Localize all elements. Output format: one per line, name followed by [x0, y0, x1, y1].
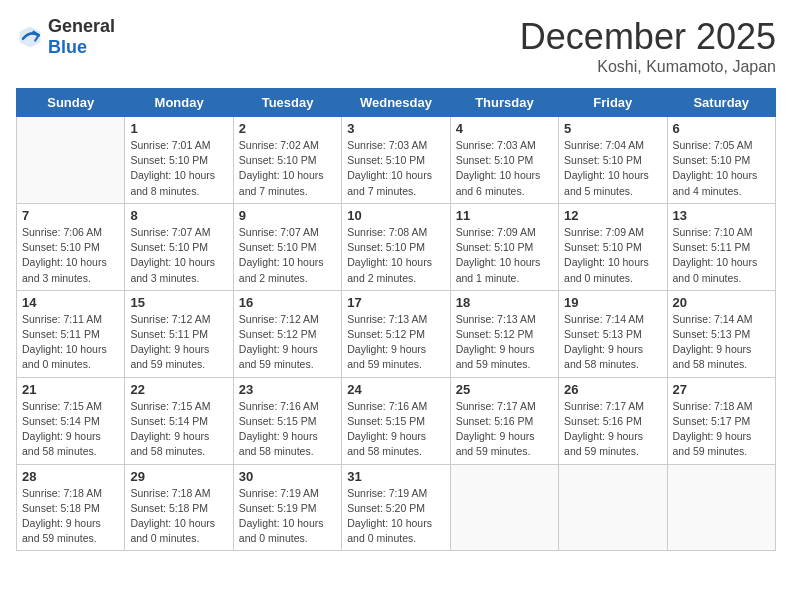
- weekday-header-monday: Monday: [125, 89, 233, 117]
- calendar-cell: 11Sunrise: 7:09 AM Sunset: 5:10 PM Dayli…: [450, 203, 558, 290]
- day-info: Sunrise: 7:18 AM Sunset: 5:18 PM Dayligh…: [22, 486, 119, 547]
- day-number: 5: [564, 121, 661, 136]
- day-info: Sunrise: 7:13 AM Sunset: 5:12 PM Dayligh…: [456, 312, 553, 373]
- logo-text: General Blue: [48, 16, 115, 58]
- calendar-cell: 19Sunrise: 7:14 AM Sunset: 5:13 PM Dayli…: [559, 290, 667, 377]
- day-number: 25: [456, 382, 553, 397]
- calendar-cell: 7Sunrise: 7:06 AM Sunset: 5:10 PM Daylig…: [17, 203, 125, 290]
- day-number: 4: [456, 121, 553, 136]
- day-number: 7: [22, 208, 119, 223]
- day-info: Sunrise: 7:06 AM Sunset: 5:10 PM Dayligh…: [22, 225, 119, 286]
- calendar-cell: 6Sunrise: 7:05 AM Sunset: 5:10 PM Daylig…: [667, 117, 775, 204]
- calendar-week-row: 14Sunrise: 7:11 AM Sunset: 5:11 PM Dayli…: [17, 290, 776, 377]
- day-number: 3: [347, 121, 444, 136]
- day-info: Sunrise: 7:19 AM Sunset: 5:19 PM Dayligh…: [239, 486, 336, 547]
- calendar-table: SundayMondayTuesdayWednesdayThursdayFrid…: [16, 88, 776, 551]
- calendar-cell: 3Sunrise: 7:03 AM Sunset: 5:10 PM Daylig…: [342, 117, 450, 204]
- calendar-cell: 26Sunrise: 7:17 AM Sunset: 5:16 PM Dayli…: [559, 377, 667, 464]
- day-number: 14: [22, 295, 119, 310]
- day-info: Sunrise: 7:16 AM Sunset: 5:15 PM Dayligh…: [239, 399, 336, 460]
- day-info: Sunrise: 7:13 AM Sunset: 5:12 PM Dayligh…: [347, 312, 444, 373]
- day-info: Sunrise: 7:18 AM Sunset: 5:17 PM Dayligh…: [673, 399, 770, 460]
- day-info: Sunrise: 7:04 AM Sunset: 5:10 PM Dayligh…: [564, 138, 661, 199]
- calendar-cell: [559, 464, 667, 551]
- day-number: 30: [239, 469, 336, 484]
- calendar-week-row: 7Sunrise: 7:06 AM Sunset: 5:10 PM Daylig…: [17, 203, 776, 290]
- day-number: 2: [239, 121, 336, 136]
- month-title: December 2025: [520, 16, 776, 58]
- calendar-cell: 31Sunrise: 7:19 AM Sunset: 5:20 PM Dayli…: [342, 464, 450, 551]
- day-info: Sunrise: 7:17 AM Sunset: 5:16 PM Dayligh…: [564, 399, 661, 460]
- day-info: Sunrise: 7:01 AM Sunset: 5:10 PM Dayligh…: [130, 138, 227, 199]
- calendar-cell: 25Sunrise: 7:17 AM Sunset: 5:16 PM Dayli…: [450, 377, 558, 464]
- calendar-cell: 1Sunrise: 7:01 AM Sunset: 5:10 PM Daylig…: [125, 117, 233, 204]
- calendar-cell: 17Sunrise: 7:13 AM Sunset: 5:12 PM Dayli…: [342, 290, 450, 377]
- calendar-cell: 9Sunrise: 7:07 AM Sunset: 5:10 PM Daylig…: [233, 203, 341, 290]
- calendar-cell: 12Sunrise: 7:09 AM Sunset: 5:10 PM Dayli…: [559, 203, 667, 290]
- day-info: Sunrise: 7:02 AM Sunset: 5:10 PM Dayligh…: [239, 138, 336, 199]
- day-info: Sunrise: 7:14 AM Sunset: 5:13 PM Dayligh…: [564, 312, 661, 373]
- day-info: Sunrise: 7:07 AM Sunset: 5:10 PM Dayligh…: [239, 225, 336, 286]
- weekday-header-thursday: Thursday: [450, 89, 558, 117]
- day-number: 22: [130, 382, 227, 397]
- calendar-cell: 15Sunrise: 7:12 AM Sunset: 5:11 PM Dayli…: [125, 290, 233, 377]
- weekday-header-friday: Friday: [559, 89, 667, 117]
- day-number: 13: [673, 208, 770, 223]
- day-number: 6: [673, 121, 770, 136]
- day-number: 19: [564, 295, 661, 310]
- day-number: 21: [22, 382, 119, 397]
- day-info: Sunrise: 7:12 AM Sunset: 5:11 PM Dayligh…: [130, 312, 227, 373]
- calendar-cell: 28Sunrise: 7:18 AM Sunset: 5:18 PM Dayli…: [17, 464, 125, 551]
- day-number: 26: [564, 382, 661, 397]
- calendar-cell: [450, 464, 558, 551]
- day-info: Sunrise: 7:12 AM Sunset: 5:12 PM Dayligh…: [239, 312, 336, 373]
- calendar-cell: 27Sunrise: 7:18 AM Sunset: 5:17 PM Dayli…: [667, 377, 775, 464]
- calendar-cell: 18Sunrise: 7:13 AM Sunset: 5:12 PM Dayli…: [450, 290, 558, 377]
- weekday-header-sunday: Sunday: [17, 89, 125, 117]
- day-info: Sunrise: 7:16 AM Sunset: 5:15 PM Dayligh…: [347, 399, 444, 460]
- day-number: 20: [673, 295, 770, 310]
- day-info: Sunrise: 7:17 AM Sunset: 5:16 PM Dayligh…: [456, 399, 553, 460]
- logo-blue: Blue: [48, 37, 87, 57]
- location-subtitle: Koshi, Kumamoto, Japan: [520, 58, 776, 76]
- calendar-cell: 8Sunrise: 7:07 AM Sunset: 5:10 PM Daylig…: [125, 203, 233, 290]
- day-info: Sunrise: 7:18 AM Sunset: 5:18 PM Dayligh…: [130, 486, 227, 547]
- calendar-cell: 16Sunrise: 7:12 AM Sunset: 5:12 PM Dayli…: [233, 290, 341, 377]
- calendar-cell: [17, 117, 125, 204]
- weekday-header-row: SundayMondayTuesdayWednesdayThursdayFrid…: [17, 89, 776, 117]
- calendar-cell: 24Sunrise: 7:16 AM Sunset: 5:15 PM Dayli…: [342, 377, 450, 464]
- day-info: Sunrise: 7:14 AM Sunset: 5:13 PM Dayligh…: [673, 312, 770, 373]
- weekday-header-tuesday: Tuesday: [233, 89, 341, 117]
- day-info: Sunrise: 7:05 AM Sunset: 5:10 PM Dayligh…: [673, 138, 770, 199]
- calendar-cell: 20Sunrise: 7:14 AM Sunset: 5:13 PM Dayli…: [667, 290, 775, 377]
- day-number: 9: [239, 208, 336, 223]
- day-number: 1: [130, 121, 227, 136]
- day-info: Sunrise: 7:09 AM Sunset: 5:10 PM Dayligh…: [456, 225, 553, 286]
- day-info: Sunrise: 7:10 AM Sunset: 5:11 PM Dayligh…: [673, 225, 770, 286]
- day-info: Sunrise: 7:08 AM Sunset: 5:10 PM Dayligh…: [347, 225, 444, 286]
- day-number: 10: [347, 208, 444, 223]
- day-number: 28: [22, 469, 119, 484]
- day-info: Sunrise: 7:07 AM Sunset: 5:10 PM Dayligh…: [130, 225, 227, 286]
- day-number: 8: [130, 208, 227, 223]
- day-number: 17: [347, 295, 444, 310]
- day-number: 16: [239, 295, 336, 310]
- title-block: December 2025 Koshi, Kumamoto, Japan: [520, 16, 776, 76]
- day-info: Sunrise: 7:15 AM Sunset: 5:14 PM Dayligh…: [130, 399, 227, 460]
- day-number: 11: [456, 208, 553, 223]
- calendar-cell: 29Sunrise: 7:18 AM Sunset: 5:18 PM Dayli…: [125, 464, 233, 551]
- weekday-header-saturday: Saturday: [667, 89, 775, 117]
- day-info: Sunrise: 7:03 AM Sunset: 5:10 PM Dayligh…: [456, 138, 553, 199]
- calendar-cell: [667, 464, 775, 551]
- calendar-cell: 21Sunrise: 7:15 AM Sunset: 5:14 PM Dayli…: [17, 377, 125, 464]
- weekday-header-wednesday: Wednesday: [342, 89, 450, 117]
- day-info: Sunrise: 7:03 AM Sunset: 5:10 PM Dayligh…: [347, 138, 444, 199]
- day-number: 18: [456, 295, 553, 310]
- calendar-cell: 13Sunrise: 7:10 AM Sunset: 5:11 PM Dayli…: [667, 203, 775, 290]
- calendar-cell: 2Sunrise: 7:02 AM Sunset: 5:10 PM Daylig…: [233, 117, 341, 204]
- calendar-cell: 14Sunrise: 7:11 AM Sunset: 5:11 PM Dayli…: [17, 290, 125, 377]
- day-number: 24: [347, 382, 444, 397]
- logo: General Blue: [16, 16, 115, 58]
- calendar-week-row: 1Sunrise: 7:01 AM Sunset: 5:10 PM Daylig…: [17, 117, 776, 204]
- day-info: Sunrise: 7:09 AM Sunset: 5:10 PM Dayligh…: [564, 225, 661, 286]
